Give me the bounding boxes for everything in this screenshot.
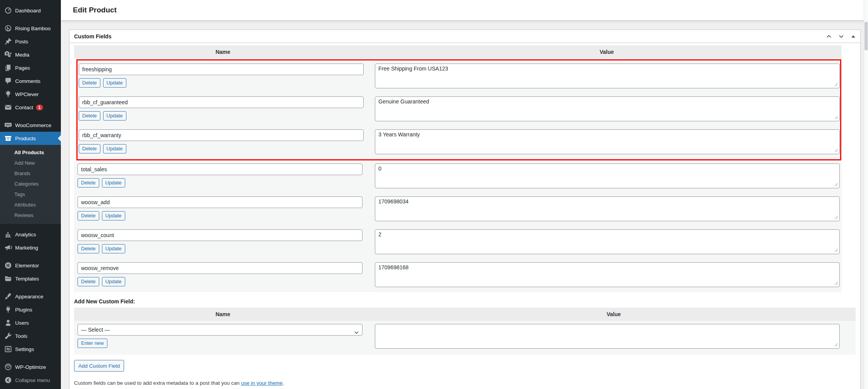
sidebar-item-tools[interactable]: Tools xyxy=(0,329,61,343)
sidebar-item-label: Plugins xyxy=(15,307,32,313)
sidebar-item-contact[interactable]: Contact 1 xyxy=(0,101,61,114)
sidebar-item-templates[interactable]: Templates xyxy=(0,272,61,285)
sidebar-item-dashboard[interactable]: Dashboard xyxy=(0,4,61,17)
user-icon xyxy=(4,319,12,327)
sidebar-item-media[interactable]: Media xyxy=(0,48,61,61)
sidebar-item-label: Dashboard xyxy=(15,8,41,14)
update-button[interactable]: Update xyxy=(103,111,126,120)
sidebar-item-all-products[interactable]: All Products xyxy=(0,147,61,158)
sidebar-item-products[interactable]: Products xyxy=(0,132,61,145)
delete-button[interactable]: Delete xyxy=(79,78,100,88)
sidebar-item-analytics[interactable]: Analytics xyxy=(0,228,61,241)
highlight-annotation-box: Delete Update Free Shipping From USA123 xyxy=(76,59,841,160)
field-value-textarea[interactable]: 0 xyxy=(375,164,840,188)
field-name-input[interactable] xyxy=(78,196,362,208)
row-actions: Delete Update xyxy=(78,178,372,188)
use-in-your-theme-link[interactable]: use in your theme xyxy=(241,380,283,386)
sidebar-item-wpclever[interactable]: WPClever xyxy=(0,88,61,101)
sidebar-item-add-new[interactable]: Add New xyxy=(0,158,61,168)
move-down-icon[interactable] xyxy=(839,34,844,39)
resize-grip-icon xyxy=(834,115,838,119)
sidebar-item-users[interactable]: Users xyxy=(0,316,61,329)
sidebar-item-label: Users xyxy=(15,320,29,326)
delete-button[interactable]: Delete xyxy=(79,111,100,120)
wrench-icon xyxy=(4,332,12,340)
update-button[interactable]: Update xyxy=(102,277,125,286)
resize-grip-icon xyxy=(834,148,838,152)
menu-separator xyxy=(0,17,61,22)
field-value-textarea[interactable]: 1709698034 xyxy=(375,196,840,221)
new-field-value-textarea[interactable] xyxy=(375,324,840,349)
main-area: Edit Product Custom Fields N xyxy=(61,0,868,389)
field-name-input[interactable] xyxy=(78,229,362,241)
delete-button[interactable]: Delete xyxy=(78,178,99,188)
table-header-row: Name Value xyxy=(74,45,842,59)
name-cell: Delete Update xyxy=(78,129,372,155)
add-new-heading: Add New Custom Field: xyxy=(74,298,856,305)
update-button[interactable]: Update xyxy=(103,78,126,88)
sidebar-item-plugins[interactable]: Plugins xyxy=(0,303,61,316)
plug-icon xyxy=(4,306,12,313)
update-button[interactable]: Update xyxy=(103,144,126,153)
sidebar-item-marketing[interactable]: Marketing xyxy=(0,241,61,254)
sidebar-item-rising-bamboo[interactable]: Rising Bamboo xyxy=(0,22,61,35)
delete-button[interactable]: Delete xyxy=(79,144,100,153)
sidebar-item-collapse-menu[interactable]: Collapse menu xyxy=(0,374,61,387)
media-icon xyxy=(4,51,12,59)
sidebar-item-appearance[interactable]: Appearance xyxy=(0,290,61,303)
field-value-textarea[interactable]: 1709698168 xyxy=(375,262,840,287)
row-actions: Enter new xyxy=(78,339,372,348)
update-button[interactable]: Update xyxy=(102,178,125,188)
sidebar-item-elementor[interactable]: Elementor xyxy=(0,259,61,272)
products-icon xyxy=(4,134,12,142)
field-name-select[interactable]: — Select — xyxy=(78,324,362,336)
row-actions: Delete Update xyxy=(78,211,372,220)
sidebar-item-label: Pages xyxy=(15,65,30,71)
field-name-input[interactable] xyxy=(78,262,362,274)
sidebar-item-reviews[interactable]: Reviews xyxy=(0,210,61,220)
field-value-textarea[interactable]: 3 Years Warranty xyxy=(375,129,840,154)
value-cell: 1709698034 xyxy=(372,196,842,222)
pages-icon xyxy=(4,64,12,72)
sidebar-item-label: Templates xyxy=(15,276,39,282)
menu-separator xyxy=(0,285,61,290)
sidebar-item-brands[interactable]: Brands xyxy=(0,168,61,179)
sidebar-item-comments[interactable]: Comments xyxy=(0,74,61,88)
sidebar-item-categories[interactable]: Categories xyxy=(0,179,61,189)
sidebar-item-posts[interactable]: Posts xyxy=(0,35,61,48)
add-custom-field-button[interactable]: Add Custom Field xyxy=(74,360,124,372)
move-up-icon[interactable] xyxy=(826,34,832,39)
sidebar-item-settings[interactable]: Settings xyxy=(0,343,61,356)
sidebar-item-label: WooCommerce xyxy=(15,122,52,128)
sidebar-item-pages[interactable]: Pages xyxy=(0,61,61,74)
name-cell: Delete Update xyxy=(78,96,372,122)
field-name-input[interactable] xyxy=(78,164,362,175)
sidebar-item-label: Appearance xyxy=(15,294,43,299)
name-cell: — Select — Enter new xyxy=(74,324,372,350)
delete-button[interactable]: Delete xyxy=(78,244,99,253)
sidebar-item-woocommerce[interactable]: WOO WooCommerce xyxy=(0,119,61,132)
field-value-textarea[interactable]: Free Shipping From USA123 xyxy=(375,64,840,88)
update-button[interactable]: Update xyxy=(102,211,125,220)
field-value-textarea[interactable]: 2 xyxy=(375,229,840,254)
menu-separator xyxy=(0,254,61,259)
field-name-input[interactable] xyxy=(79,64,364,75)
sidebar-item-tags[interactable]: Tags xyxy=(0,189,61,200)
field-value-textarea[interactable]: Genuine Guaranteed xyxy=(375,96,840,121)
custom-field-row: Delete Update 1709698034 xyxy=(74,193,842,226)
sidebar-item-attributes[interactable]: Attributes xyxy=(0,200,61,210)
field-name-input[interactable] xyxy=(79,129,364,141)
enter-new-button[interactable]: Enter new xyxy=(78,339,107,348)
update-button[interactable]: Update xyxy=(102,244,125,253)
scrollbar-thumb[interactable] xyxy=(865,22,868,50)
delete-button[interactable]: Delete xyxy=(78,211,99,220)
vertical-scrollbar[interactable] xyxy=(864,0,868,389)
row-actions: Delete Update xyxy=(78,277,372,286)
svg-text:WOO: WOO xyxy=(6,124,11,126)
delete-button[interactable]: Delete xyxy=(78,277,99,286)
toggle-panel-icon[interactable] xyxy=(851,35,856,38)
value-cell: 3 Years Warranty xyxy=(372,129,840,155)
sidebar-item-wp-optimize[interactable]: WP-Optimize xyxy=(0,360,61,374)
sidebar-item-label: Contact xyxy=(15,105,33,110)
field-name-input[interactable] xyxy=(79,96,364,108)
